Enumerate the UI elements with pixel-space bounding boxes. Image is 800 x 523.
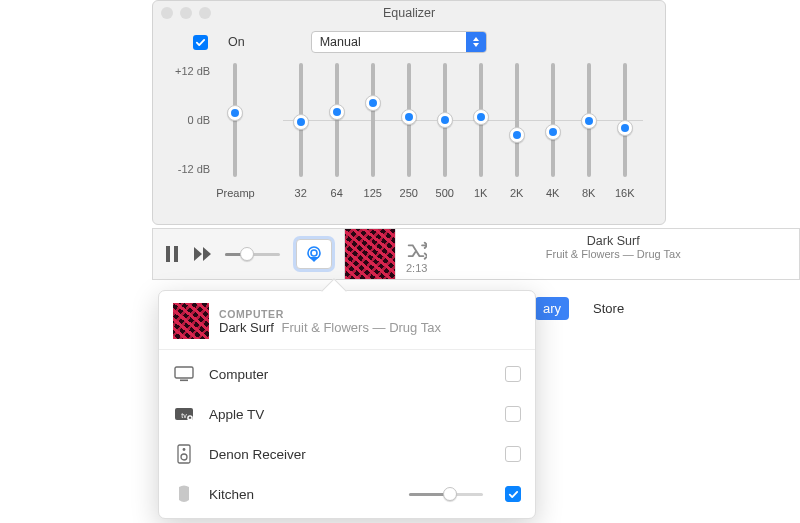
slider-thumb[interactable] xyxy=(401,109,417,125)
eq-band-16K: 16K xyxy=(607,63,643,199)
slider-thumb[interactable] xyxy=(617,120,633,136)
slider-thumb[interactable] xyxy=(293,114,309,130)
band-slider[interactable] xyxy=(407,63,411,177)
eq-band-1K: 1K xyxy=(463,63,499,199)
airplay-button[interactable] xyxy=(296,239,332,269)
svg-rect-1 xyxy=(174,246,178,262)
device-checkbox[interactable] xyxy=(505,366,521,382)
slider-thumb[interactable] xyxy=(365,95,381,111)
svg-point-10 xyxy=(183,448,186,451)
preamp-label: Preamp xyxy=(216,187,255,199)
monitor-icon xyxy=(173,366,195,382)
eq-band-2K: 2K xyxy=(499,63,535,199)
device-row[interactable]: Kitchen xyxy=(159,474,535,514)
now-playing: 2:13 Dark Surf Fruit & Flowers — Drug Ta… xyxy=(395,229,799,279)
device-checkbox[interactable] xyxy=(505,406,521,422)
band-freq-label: 16K xyxy=(615,187,635,199)
slider-thumb[interactable] xyxy=(443,487,457,501)
eq-bands: 32 64 125 250 500 1K 2K 4K 8K xyxy=(283,63,643,199)
preset-select[interactable]: Manual xyxy=(311,31,487,53)
equalizer-window: Equalizer On Manual +12 dB 0 dB -12 dB P… xyxy=(152,0,666,225)
svg-rect-4 xyxy=(175,367,193,378)
close-icon[interactable] xyxy=(161,7,173,19)
slider-thumb[interactable] xyxy=(581,113,597,129)
device-row[interactable]: Denon Receiver xyxy=(159,434,535,474)
band-freq-label: 125 xyxy=(364,187,382,199)
eq-band-500: 500 xyxy=(427,63,463,199)
zoom-icon[interactable] xyxy=(199,7,211,19)
window-controls xyxy=(161,7,211,19)
eq-band-8K: 8K xyxy=(571,63,607,199)
track-meta: Fruit & Flowers — Drug Tax xyxy=(282,320,441,335)
tab-store[interactable]: Store xyxy=(585,297,632,320)
eq-band-32: 32 xyxy=(283,63,319,199)
band-freq-label: 500 xyxy=(436,187,454,199)
volume-slider[interactable] xyxy=(225,253,280,256)
album-artwork[interactable] xyxy=(345,229,395,279)
band-freq-label: 250 xyxy=(400,187,418,199)
db-scale: +12 dB 0 dB -12 dB xyxy=(175,65,210,175)
device-row[interactable]: tv Apple TV xyxy=(159,394,535,434)
nav-tabs: ary Store xyxy=(535,297,632,320)
airplay-popover: COMPUTER Dark Surf Fruit & Flowers — Dru… xyxy=(158,290,536,519)
titlebar: Equalizer xyxy=(153,1,665,25)
output-location: COMPUTER xyxy=(219,308,441,320)
next-button[interactable] xyxy=(191,241,217,267)
preamp-slider[interactable] xyxy=(233,63,237,177)
stepper-arrows-icon xyxy=(466,32,486,52)
eq-band-250: 250 xyxy=(391,63,427,199)
window-title: Equalizer xyxy=(153,1,665,25)
pause-button[interactable] xyxy=(159,241,185,267)
appletv-icon: tv xyxy=(173,406,195,422)
band-slider[interactable] xyxy=(479,63,483,177)
slider-thumb[interactable] xyxy=(240,247,254,261)
device-name: Denon Receiver xyxy=(209,447,491,462)
device-name: Kitchen xyxy=(209,487,395,502)
slider-thumb[interactable] xyxy=(509,127,525,143)
band-freq-label: 4K xyxy=(546,187,559,199)
player-bar: 2:13 Dark Surf Fruit & Flowers — Drug Ta… xyxy=(152,228,800,280)
device-name: Apple TV xyxy=(209,407,491,422)
svg-rect-5 xyxy=(180,380,188,382)
device-checkbox[interactable] xyxy=(505,446,521,462)
band-slider[interactable] xyxy=(335,63,339,177)
speaker-icon xyxy=(173,444,195,464)
homepod-icon xyxy=(173,484,195,504)
band-slider[interactable] xyxy=(515,63,519,177)
band-freq-label: 32 xyxy=(295,187,307,199)
svg-rect-0 xyxy=(166,246,170,262)
svg-point-3 xyxy=(311,250,317,256)
slider-thumb[interactable] xyxy=(227,105,243,121)
tab-library[interactable]: ary xyxy=(535,297,569,320)
device-checkbox[interactable] xyxy=(505,486,521,502)
device-row[interactable]: Computer xyxy=(159,354,535,394)
eq-band-125: 125 xyxy=(355,63,391,199)
elapsed-time: 2:13 xyxy=(406,262,427,274)
eq-on-checkbox[interactable] xyxy=(193,35,208,50)
band-freq-label: 8K xyxy=(582,187,595,199)
minimize-icon[interactable] xyxy=(180,7,192,19)
slider-thumb[interactable] xyxy=(473,109,489,125)
band-slider[interactable] xyxy=(371,63,375,177)
eq-on-label: On xyxy=(228,35,245,49)
track-title: Dark Surf xyxy=(427,234,799,248)
track-meta: Fruit & Flowers — Drug Tax xyxy=(427,248,799,260)
slider-thumb[interactable] xyxy=(545,124,561,140)
band-slider[interactable] xyxy=(443,63,447,177)
band-slider[interactable] xyxy=(299,63,303,177)
eq-band-4K: 4K xyxy=(535,63,571,199)
svg-text:tv: tv xyxy=(181,412,187,419)
shuffle-icon[interactable] xyxy=(406,240,427,261)
album-artwork xyxy=(173,303,209,339)
slider-thumb[interactable] xyxy=(329,104,345,120)
band-freq-label: 1K xyxy=(474,187,487,199)
device-volume-slider[interactable] xyxy=(409,493,483,496)
slider-thumb[interactable] xyxy=(437,112,453,128)
band-freq-label: 2K xyxy=(510,187,523,199)
band-slider[interactable] xyxy=(551,63,555,177)
track-title: Dark Surf xyxy=(219,320,274,335)
band-slider[interactable] xyxy=(623,63,627,177)
band-slider[interactable] xyxy=(587,63,591,177)
preset-value: Manual xyxy=(312,35,466,49)
device-name: Computer xyxy=(209,367,491,382)
